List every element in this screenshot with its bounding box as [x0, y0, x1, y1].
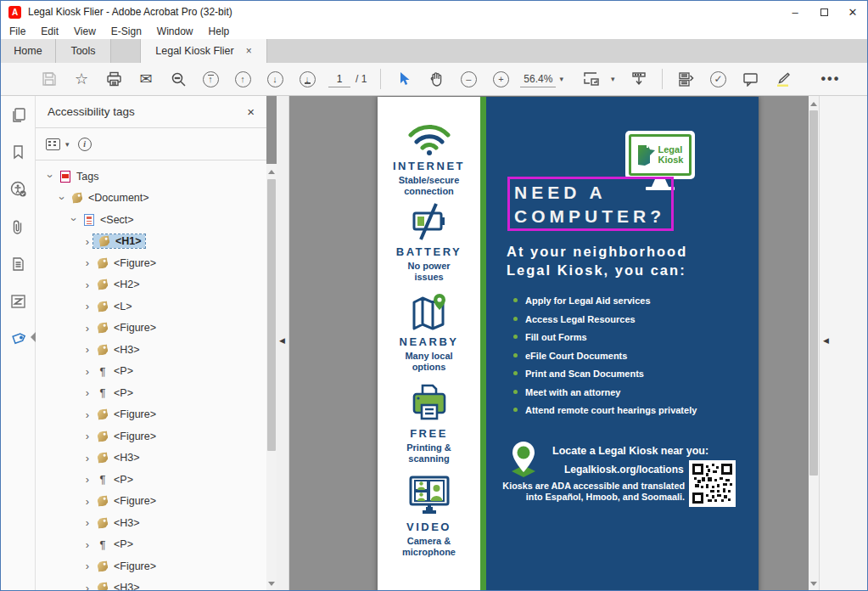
page-thumbnails-button[interactable]	[1, 96, 36, 133]
tree-item-p[interactable]: › ¶ <P>	[36, 361, 266, 383]
email-button[interactable]: ✉	[130, 66, 162, 92]
tags-button[interactable]	[1, 320, 36, 357]
maximize-button[interactable]	[809, 1, 838, 23]
tree-item-figure[interactable]: › <Figure>	[36, 252, 266, 274]
menu-help[interactable]: Help	[201, 25, 238, 37]
zoom-in-button[interactable]: +	[484, 66, 517, 92]
chevron-icon[interactable]: ›	[81, 560, 93, 572]
tree-item-h2[interactable]: › <H2>	[36, 274, 266, 296]
chevron-icon[interactable]: ›	[81, 473, 93, 486]
chevron-icon[interactable]: ›	[44, 171, 57, 183]
chevron-icon[interactable]: ›	[81, 538, 93, 551]
chevron-icon[interactable]: ›	[68, 214, 81, 226]
chevron-icon[interactable]: ›	[81, 322, 93, 335]
comment-button[interactable]	[734, 66, 766, 92]
tag-icon	[95, 279, 110, 290]
scan-ocr-button[interactable]	[669, 66, 702, 92]
menu-edit[interactable]: Edit	[33, 25, 66, 37]
chevron-icon[interactable]: ›	[81, 582, 93, 591]
tree-item-h3[interactable]: › <H3>	[36, 577, 266, 591]
zoom-level-value[interactable]: 56.4%	[520, 71, 556, 87]
tree-item-p[interactable]: › ¶ <P>	[36, 382, 266, 404]
chevron-icon[interactable]: ›	[81, 235, 93, 248]
tab-document[interactable]: Legal Kiosk Flier ×	[140, 39, 267, 63]
chevron-icon[interactable]: ›	[81, 452, 93, 464]
page-number-input[interactable]: 1	[328, 70, 350, 87]
tree-item-figure[interactable]: › <Figure>	[36, 491, 266, 513]
panel-scrollbar[interactable]	[266, 164, 277, 591]
previous-page-button[interactable]: ↑	[227, 66, 259, 92]
tag-options-dropdown-arrow[interactable]: ▾	[65, 140, 70, 149]
content-button[interactable]	[1, 245, 36, 283]
tree-item-p[interactable]: › ¶ <P>	[36, 534, 266, 556]
last-page-button[interactable]: ↓	[291, 66, 323, 92]
menu-window[interactable]: Window	[149, 25, 201, 37]
accessibility-button[interactable]	[1, 171, 36, 208]
save-button[interactable]	[33, 66, 65, 92]
chevron-icon[interactable]: ›	[81, 279, 93, 291]
select-tool-button[interactable]	[388, 66, 420, 92]
scroll-down-arrow[interactable]	[809, 577, 819, 589]
chevron-icon[interactable]: ›	[81, 343, 93, 356]
order-button[interactable]	[1, 283, 36, 320]
tree-item-figure[interactable]: › <Figure>	[36, 425, 266, 447]
menu-file[interactable]: File	[1, 25, 33, 37]
favorite-star-button[interactable]: ☆	[65, 66, 98, 92]
document-scrollbar[interactable]	[809, 96, 819, 591]
tree-item-figure[interactable]: › <Figure>	[36, 318, 266, 340]
scroll-down-arrow[interactable]	[266, 577, 277, 589]
tree-item-l[interactable]: › <L>	[36, 296, 266, 318]
chevron-icon[interactable]: ›	[81, 430, 93, 442]
attachments-button[interactable]	[1, 208, 36, 245]
scroll-mode-button[interactable]	[623, 66, 655, 92]
tree-item-document[interactable]: › <Document>	[36, 188, 266, 210]
chevron-icon[interactable]: ›	[81, 408, 93, 421]
minimize-button[interactable]: –	[781, 1, 809, 23]
tree-item-h3[interactable]: › <H3>	[36, 512, 266, 534]
tree-item-tags-root[interactable]: › Tags	[36, 166, 266, 188]
zoom-dropdown-arrow[interactable]: ▾	[559, 75, 563, 83]
chevron-icon[interactable]: ›	[81, 386, 93, 399]
info-icon[interactable]: i	[78, 138, 92, 151]
tree-item-sect[interactable]: › <Sect>	[36, 209, 266, 231]
document-scrollbar-thumb[interactable]	[809, 110, 818, 476]
panel-close-button[interactable]: ×	[247, 104, 255, 119]
chevron-icon[interactable]: ›	[81, 495, 93, 508]
tree-item-p[interactable]: › ¶ <P>	[36, 469, 266, 491]
tree-item-h3[interactable]: › <H3>	[36, 339, 266, 361]
print-button[interactable]	[98, 66, 130, 92]
certify-button[interactable]: ✓	[702, 66, 734, 92]
chevron-icon[interactable]: ›	[81, 300, 93, 312]
panel-scrollbar-thumb[interactable]	[267, 179, 276, 451]
menu-esign[interactable]: E-Sign	[104, 25, 149, 37]
tag-options-icon[interactable]	[46, 138, 60, 150]
chevron-icon[interactable]: ›	[81, 256, 93, 269]
tab-home[interactable]: Home	[1, 39, 56, 63]
collapse-left-arrow[interactable]: ◀	[279, 336, 285, 345]
tab-close-icon[interactable]: ×	[246, 45, 252, 57]
tree-item-figure[interactable]: › <Figure>	[36, 555, 266, 577]
close-button[interactable]: ✕	[838, 1, 867, 23]
zoom-out-button[interactable]: –	[452, 66, 484, 92]
more-tools-button[interactable]: •••	[820, 71, 840, 87]
chevron-icon[interactable]: ›	[81, 365, 93, 378]
scroll-up-arrow[interactable]	[266, 166, 277, 177]
menu-view[interactable]: View	[66, 25, 104, 37]
hand-tool-button[interactable]	[420, 66, 452, 92]
chevron-icon[interactable]: ›	[56, 192, 69, 204]
tree-item-h3[interactable]: › <H3>	[36, 447, 266, 470]
next-page-button[interactable]: ↓	[259, 66, 291, 92]
highlight-button[interactable]	[766, 66, 798, 92]
collapse-right-arrow[interactable]: ◀	[823, 336, 829, 345]
tree-item-h1-selected[interactable]: › <H1>	[36, 231, 266, 253]
tab-tools[interactable]: Tools	[56, 39, 111, 63]
paragraph-icon: ¶	[95, 474, 110, 485]
tree-item-figure[interactable]: › <Figure>	[36, 404, 266, 426]
page-fit-dropdown-arrow[interactable]: ▾	[611, 75, 615, 83]
first-page-button[interactable]: ↑	[194, 66, 227, 92]
search-button[interactable]	[162, 66, 194, 92]
scroll-up-arrow[interactable]	[809, 98, 819, 110]
chevron-icon[interactable]: ›	[81, 516, 93, 529]
bookmarks-button[interactable]	[1, 133, 36, 171]
page-fit-button[interactable]	[575, 66, 608, 92]
